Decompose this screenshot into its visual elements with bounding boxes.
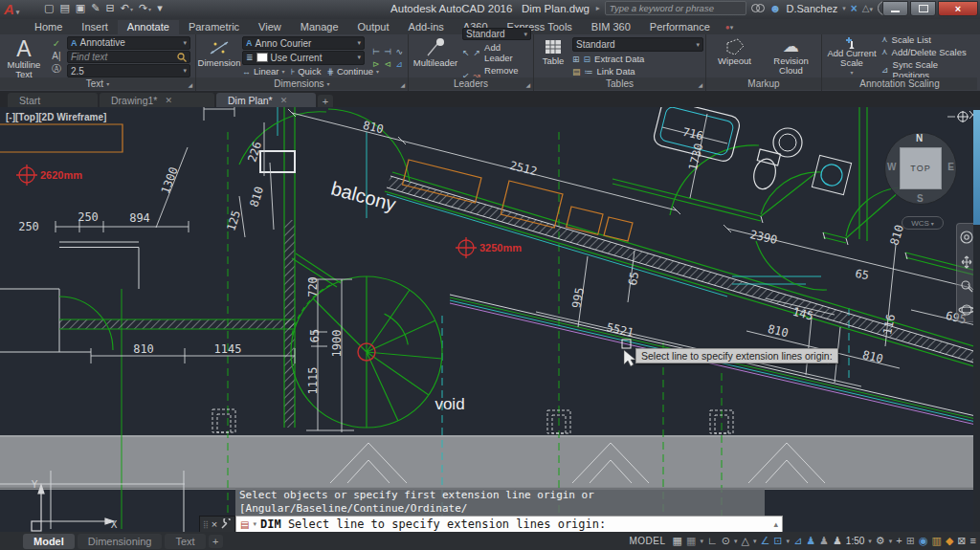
tab-parametric[interactable]: Parametric xyxy=(179,20,249,34)
osnap-icon[interactable]: ⊡ xyxy=(773,532,782,550)
panel-label-leaders[interactable]: Leaders◢ xyxy=(409,77,533,90)
panel-launcher-icon[interactable]: ◢ xyxy=(400,81,405,88)
tab-addins[interactable]: Add-ins xyxy=(399,20,454,34)
clean-screen-icon[interactable]: ⊠ xyxy=(957,532,966,550)
tab-performance[interactable]: Performance xyxy=(640,20,720,34)
viewcube-south[interactable]: S xyxy=(917,193,924,204)
panel-label-markup[interactable]: Markup xyxy=(706,77,821,90)
snap-caret-icon[interactable]: ▾ xyxy=(700,532,703,550)
panel-launcher-icon[interactable]: ◢ xyxy=(525,81,530,88)
search-expand-icon[interactable]: ▸ xyxy=(596,4,600,12)
tab-insert[interactable]: Insert xyxy=(72,20,118,34)
file-tab-drawing1[interactable]: Drawing1*✕ xyxy=(100,93,214,107)
file-tab-dim-plan[interactable]: Dim Plan*✕ xyxy=(216,93,316,107)
wipeout-button[interactable]: Wipeout xyxy=(710,36,760,77)
restore-button[interactable] xyxy=(910,1,936,16)
quick-properties-icon[interactable]: ◉ xyxy=(919,532,928,550)
close-tab-icon[interactable]: ✕ xyxy=(165,96,172,105)
polar-caret-icon[interactable]: ▾ xyxy=(734,532,738,550)
table-button[interactable]: Table xyxy=(536,36,570,77)
tab-view[interactable]: View xyxy=(249,20,291,34)
grid-icon[interactable]: ▦ xyxy=(673,532,682,550)
tab-bim360[interactable]: BIM 360 xyxy=(582,20,640,34)
annotation-scale-icon[interactable]: ♟ xyxy=(833,532,842,550)
dimension-button[interactable]: Dimension xyxy=(198,36,240,77)
otrack-icon[interactable]: ∠ xyxy=(760,532,769,550)
dim-style-dropdown[interactable]: A Anno Courier▾ xyxy=(242,36,365,50)
isodraft-caret-icon[interactable]: ▾ xyxy=(753,532,757,550)
drawing-canvas[interactable]: 2502508941300125226810810251217307166599… xyxy=(0,107,980,532)
user-caret-icon[interactable]: ▾ xyxy=(842,5,846,12)
text-style-dropdown[interactable]: A Annotative▾ xyxy=(67,36,190,50)
model-space-indicator[interactable]: MODEL xyxy=(630,536,666,546)
panel-label-dimensions[interactable]: Dimensions▾◢ xyxy=(196,77,408,90)
tab-home[interactable]: Home xyxy=(25,20,72,34)
viewcube-west[interactable]: W xyxy=(887,162,896,172)
dim-break-icon[interactable]: ⊢ xyxy=(372,47,380,56)
a360-icon[interactable]: × xyxy=(851,2,858,15)
new-layout-button[interactable]: + xyxy=(209,535,223,548)
drag-handle-icon[interactable]: ⣿ xyxy=(203,520,209,529)
extract-data-button[interactable]: ⊞ ⊟ Extract Data xyxy=(572,54,703,64)
dim-layer-dropdown[interactable]: ≣ Use Current▾ xyxy=(242,51,365,64)
table-style-dropdown[interactable]: Standard▾ xyxy=(572,37,703,52)
reassociate-icon[interactable]: ⊿ xyxy=(395,59,403,69)
isodraft-icon[interactable]: △ xyxy=(741,532,748,550)
dynamic-input-icon[interactable]: ⊿ xyxy=(793,532,802,550)
mleader-style-dropdown[interactable]: Standard▾ xyxy=(462,28,531,40)
multileader-button[interactable]: Multileader xyxy=(411,36,460,77)
isolate-objects-icon[interactable]: ◆ xyxy=(946,532,953,550)
expand-history-icon[interactable]: ▴ xyxy=(773,519,778,529)
wcs-menu[interactable]: WCS▾ xyxy=(902,216,944,230)
linear-dimension-button[interactable]: ↔ Linear▾ xyxy=(242,66,284,77)
ribbon-options-icon[interactable]: ●▾ xyxy=(725,23,733,34)
jog-line-icon[interactable]: ∿ xyxy=(395,47,403,56)
annotation-scale-value[interactable]: 1:50 xyxy=(846,536,864,546)
inspect-icon[interactable]: ⊳ xyxy=(372,59,380,69)
viewcube[interactable]: N S W E TOP xyxy=(884,132,957,205)
tab-annotate[interactable]: Annotate xyxy=(118,20,179,34)
link-data-button[interactable]: ▤ ≔ Link Data xyxy=(572,66,703,77)
polar-icon[interactable]: ⊙ xyxy=(722,532,730,550)
signed-in-user[interactable]: D.Sanchez xyxy=(786,3,837,14)
tab-output[interactable]: Output xyxy=(348,20,399,34)
viewcube-east[interactable]: E xyxy=(947,162,954,172)
search-icon[interactable] xyxy=(751,4,765,12)
update-icon[interactable]: ⊲ xyxy=(384,59,391,69)
workspace-gear-icon[interactable]: ⚙ xyxy=(876,532,885,550)
close-command-icon[interactable]: × xyxy=(212,518,217,530)
close-tab-icon[interactable]: ✕ xyxy=(280,96,288,105)
add-current-scale-button[interactable]: Add Current Scale ▾ xyxy=(824,36,880,77)
panel-launcher-icon[interactable]: ◢ xyxy=(698,81,702,88)
close-button[interactable]: × xyxy=(938,1,978,16)
search-input[interactable]: Type a keyword or phrase xyxy=(605,1,746,15)
recent-commands-icon[interactable]: ▤ xyxy=(240,519,249,530)
graphics-performance-icon[interactable]: ▥ xyxy=(931,532,941,550)
spell-check-icon[interactable]: ✓ xyxy=(53,38,60,49)
tab-manage[interactable]: Manage xyxy=(291,20,348,34)
viewcube-top-face[interactable]: TOP xyxy=(900,147,942,189)
panel-launcher-icon[interactable]: ◢ xyxy=(188,81,192,88)
panel-label-annotation-scaling[interactable]: Annotation Scaling xyxy=(822,77,977,90)
minimize-button[interactable] xyxy=(882,1,908,16)
scale-list-button[interactable]: ⋏ Scale List xyxy=(881,34,975,45)
annotation-monitor-icon[interactable]: + xyxy=(896,532,902,550)
quick-dimension-button[interactable]: ⊦ Quick xyxy=(290,66,321,77)
layout-tab-dimensioning[interactable]: Dimensioning xyxy=(78,534,163,549)
viewcube-north[interactable]: N xyxy=(916,133,923,143)
units-icon[interactable]: ⊞ xyxy=(906,532,915,550)
vertical-scrollbar[interactable] xyxy=(973,107,980,532)
annotation-visibility-icon[interactable]: ♟ xyxy=(806,532,815,550)
find-text-input[interactable]: Find text xyxy=(67,51,190,64)
panel-label-tables[interactable]: Tables◢ xyxy=(534,77,705,90)
file-tab-start[interactable]: Start xyxy=(8,93,98,107)
panel-label-text[interactable]: Text▾◢ xyxy=(0,77,195,90)
scale-caret-icon[interactable]: ▾ xyxy=(868,532,872,550)
snap-icon[interactable]: ▦ xyxy=(686,532,696,550)
customization-icon[interactable]: ≡ xyxy=(970,532,976,550)
ortho-icon[interactable]: ∟ xyxy=(707,532,718,550)
layout-tab-model[interactable]: Model xyxy=(23,534,75,549)
osnap-caret-icon[interactable]: ▾ xyxy=(786,532,790,550)
multiline-text-button[interactable]: A Multiline Text xyxy=(2,36,46,77)
text-height-dropdown[interactable]: 2.5▾ xyxy=(67,64,190,77)
